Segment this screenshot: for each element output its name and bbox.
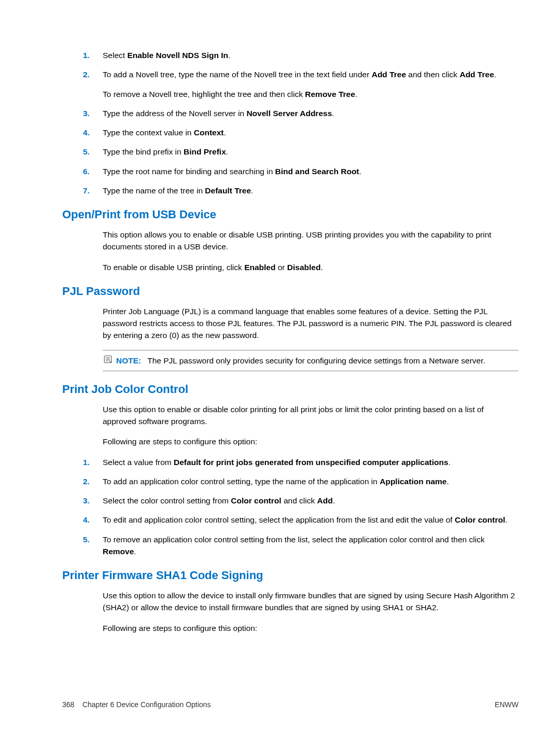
list-number: 3. (83, 107, 90, 119)
list-item: 4.To edit and application color control … (103, 514, 519, 526)
paragraph: This option allows you to enable or disa… (62, 229, 519, 253)
list-text: To edit and application color control se… (103, 515, 508, 524)
list-text: Type the root name for binding and searc… (103, 167, 361, 176)
list-number: 4. (83, 514, 90, 526)
paragraph: Following are steps to configure this op… (62, 435, 519, 447)
document-page: 1.Select Enable Novell NDS Sign In.2.To … (0, 0, 560, 663)
heading-color-control: Print Job Color Control (62, 383, 519, 396)
paragraph: Use this option to allow the device to i… (62, 589, 519, 614)
paragraph: Use this option to enable or disable col… (62, 403, 519, 428)
list-text: Select a value from Default for print jo… (103, 458, 451, 467)
list-text: Type the bind prefix in Bind Prefix. (103, 147, 228, 156)
page-number: 368 (62, 700, 74, 709)
list-number: 7. (83, 185, 90, 196)
footer-right: ENWW (495, 700, 519, 709)
list-item: 1.Select a value from Default for print … (103, 456, 519, 468)
list-subtext: To remove a Novell tree, highlight the t… (103, 88, 519, 100)
list-number: 2. (83, 475, 90, 487)
list-item: 3.Type the address of the Novell server … (103, 107, 519, 119)
list-item: 1.Select Enable Novell NDS Sign In. (103, 49, 519, 61)
list-number: 5. (83, 146, 90, 158)
list-item: 5.To remove an application color control… (103, 533, 519, 558)
list-item: 2.To add an application color control se… (103, 475, 519, 487)
list-number: 6. (83, 165, 90, 177)
novell-steps-list: 1.Select Enable Novell NDS Sign In.2.To … (77, 49, 519, 196)
footer-left: 368 Chapter 6 Device Configuration Optio… (62, 700, 211, 709)
heading-sha1: Printer Firmware SHA1 Code Signing (62, 569, 519, 582)
heading-pjl: PJL Password (62, 285, 519, 298)
list-text: Select Enable Novell NDS Sign In. (103, 51, 230, 60)
paragraph: Following are steps to configure this op… (62, 622, 519, 634)
list-text: Type the context value in Context. (103, 128, 226, 137)
list-item: 5.Type the bind prefix in Bind Prefix. (103, 146, 519, 158)
paragraph: To enable or disable USB printing, click… (62, 261, 519, 273)
list-text: Type the address of the Novell server in… (103, 109, 334, 118)
list-number: 1. (83, 49, 90, 61)
note-icon (103, 355, 113, 364)
heading-usb: Open/Print from USB Device (62, 208, 519, 221)
list-number: 1. (83, 456, 90, 468)
list-number: 2. (83, 68, 90, 80)
list-text: To add an application color control sett… (103, 477, 449, 486)
page-footer: 368 Chapter 6 Device Configuration Optio… (62, 700, 519, 709)
list-text: To add a Novell tree, type the name of t… (103, 70, 496, 79)
list-text: Type the name of the tree in Default Tre… (103, 186, 253, 195)
color-steps-list: 1.Select a value from Default for print … (77, 456, 519, 558)
list-text: Select the color control setting from Co… (103, 496, 335, 505)
list-item: 2.To add a Novell tree, type the name of… (103, 68, 519, 100)
list-item: 7.Type the name of the tree in Default T… (103, 185, 519, 196)
list-number: 5. (83, 533, 90, 545)
list-item: 6.Type the root name for binding and sea… (103, 165, 519, 177)
note-label: NOTE: (116, 355, 141, 367)
chapter-label: Chapter 6 Device Configuration Options (82, 700, 211, 709)
list-number: 4. (83, 126, 90, 138)
list-item: 4.Type the context value in Context. (103, 126, 519, 138)
note-text: The PJL password only provides security … (147, 355, 485, 367)
list-text: To remove an application color control s… (103, 535, 485, 556)
list-number: 3. (83, 495, 90, 507)
paragraph: Printer Job Language (PJL) is a command … (62, 305, 519, 342)
note-callout: NOTE: The PJL password only provides sec… (103, 350, 519, 371)
list-item: 3.Select the color control setting from … (103, 495, 519, 507)
